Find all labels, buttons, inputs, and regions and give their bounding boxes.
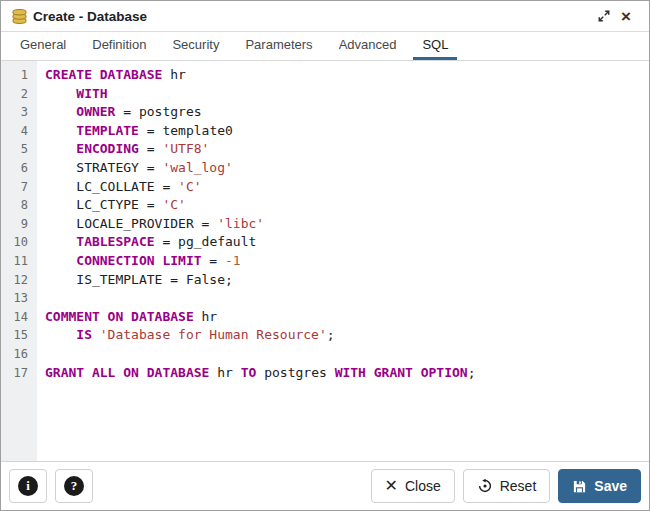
code-line-text: IS 'Database for Human Resource'; (37, 326, 335, 345)
save-icon (572, 479, 587, 494)
maximize-button[interactable] (593, 5, 615, 27)
code-line-text: COMMENT ON DATABASE hr (37, 308, 217, 327)
reset-button[interactable]: Reset (463, 469, 551, 503)
close-button-icon: ✕ (385, 478, 398, 494)
code-line-text: ENCODING = 'UTF8' (37, 140, 209, 159)
code-line-text: LC_CTYPE = 'C' (37, 196, 186, 215)
close-button-label: Close (405, 478, 441, 494)
database-icon (11, 8, 28, 25)
code-line: 13 (1, 289, 649, 308)
tab-advanced[interactable]: Advanced (330, 32, 406, 60)
line-number: 1 (1, 66, 37, 85)
tab-sql[interactable]: SQL (413, 32, 457, 60)
close-dialog-button[interactable]: × (615, 5, 637, 27)
line-number: 5 (1, 140, 37, 159)
code-line-text (37, 345, 53, 364)
line-number: 17 (1, 364, 37, 383)
tab-definition[interactable]: Definition (83, 32, 155, 60)
reset-icon (477, 478, 493, 494)
code-line-text: TEMPLATE = template0 (37, 122, 233, 141)
code-line: 10 TABLESPACE = pg_default (1, 233, 649, 252)
code-line: 17GRANT ALL ON DATABASE hr TO postgres W… (1, 364, 649, 383)
help-icon: ? (64, 476, 84, 496)
code-line-text: LC_COLLATE = 'C' (37, 178, 202, 197)
create-database-dialog: Create - Database × GeneralDefinitionSec… (0, 0, 650, 511)
code-line: 3 OWNER = postgres (1, 103, 649, 122)
code-line: 11 CONNECTION LIMIT = -1 (1, 252, 649, 271)
code-line: 14COMMENT ON DATABASE hr (1, 308, 649, 327)
line-number: 4 (1, 122, 37, 141)
line-number: 6 (1, 159, 37, 178)
sql-code-editor[interactable]: 1CREATE DATABASE hr2 WITH3 OWNER = postg… (1, 61, 649, 461)
maximize-icon (597, 9, 611, 23)
code-line: 1CREATE DATABASE hr (1, 66, 649, 85)
line-number: 2 (1, 85, 37, 104)
tab-parameters[interactable]: Parameters (236, 32, 321, 60)
help-button[interactable]: ? (55, 469, 93, 503)
line-number: 12 (1, 271, 37, 290)
line-number: 11 (1, 252, 37, 271)
tab-bar: GeneralDefinitionSecurityParametersAdvan… (1, 32, 649, 61)
line-number: 15 (1, 326, 37, 345)
info-button[interactable]: i (9, 469, 47, 503)
code-line-text (37, 289, 53, 308)
code-line: 8 LC_CTYPE = 'C' (1, 196, 649, 215)
code-line: 5 ENCODING = 'UTF8' (1, 140, 649, 159)
save-button[interactable]: Save (558, 469, 641, 503)
dialog-footer: i ? ✕ Close Reset Save (1, 461, 649, 510)
save-button-label: Save (594, 478, 627, 494)
code-line-text: LOCALE_PROVIDER = 'libc' (37, 215, 264, 234)
code-line: 2 WITH (1, 85, 649, 104)
code-line-text: OWNER = postgres (37, 103, 202, 122)
line-number: 3 (1, 103, 37, 122)
reset-button-label: Reset (500, 478, 537, 494)
close-icon: × (621, 8, 631, 25)
code-line: 9 LOCALE_PROVIDER = 'libc' (1, 215, 649, 234)
line-number: 16 (1, 345, 37, 364)
code-line-text: CREATE DATABASE hr (37, 66, 186, 85)
code-line-text: TABLESPACE = pg_default (37, 233, 256, 252)
tab-general[interactable]: General (11, 32, 75, 60)
dialog-titlebar: Create - Database × (1, 1, 649, 32)
line-number: 10 (1, 233, 37, 252)
code-line: 4 TEMPLATE = template0 (1, 122, 649, 141)
tab-security[interactable]: Security (163, 32, 228, 60)
code-line-text: WITH (37, 85, 108, 104)
code-line: 6 STRATEGY = 'wal_log' (1, 159, 649, 178)
close-button[interactable]: ✕ Close (371, 469, 455, 503)
code-line: 7 LC_COLLATE = 'C' (1, 178, 649, 197)
code-line-text: STRATEGY = 'wal_log' (37, 159, 233, 178)
code-line-text: IS_TEMPLATE = False; (37, 271, 233, 290)
dialog-title: Create - Database (33, 9, 147, 24)
line-number: 8 (1, 196, 37, 215)
code-line-text: GRANT ALL ON DATABASE hr TO postgres WIT… (37, 364, 476, 383)
line-number: 14 (1, 308, 37, 327)
code-line-text: CONNECTION LIMIT = -1 (37, 252, 241, 271)
code-line: 15 IS 'Database for Human Resource'; (1, 326, 649, 345)
line-number: 13 (1, 289, 37, 308)
info-icon: i (18, 476, 38, 496)
line-number: 7 (1, 178, 37, 197)
code-line: 16 (1, 345, 649, 364)
line-number: 9 (1, 215, 37, 234)
code-line: 12 IS_TEMPLATE = False; (1, 271, 649, 290)
